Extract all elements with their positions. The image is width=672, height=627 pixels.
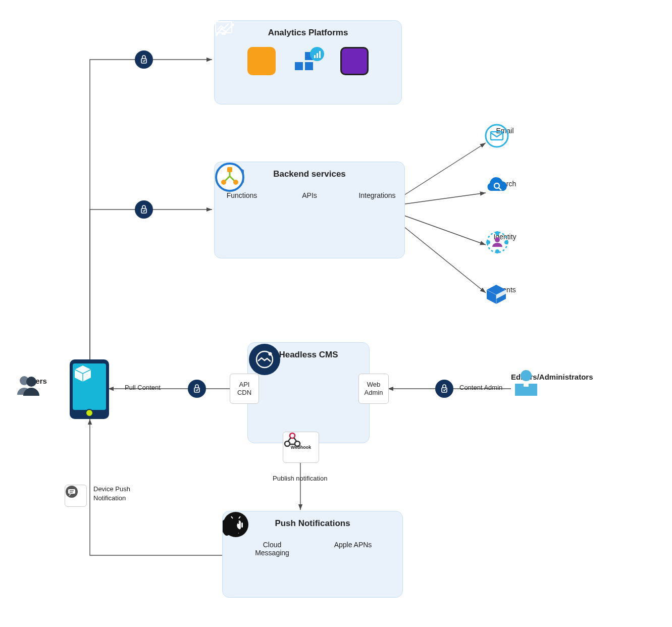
analytics-title: Analytics Platforms [215,21,401,38]
push-title: Push Notifications [223,511,402,529]
svg-rect-59 [515,384,537,396]
backend-title: Backend services [215,162,404,179]
functions-label: Functions [227,191,257,199]
svg-rect-50 [237,530,239,534]
content-admin-label: Content Admin [459,384,502,391]
analytics-platforms-box: Analytics Platforms [214,20,402,104]
headless-cms-box: Headless CMS [247,342,370,443]
backend-services-box: Backend services (··) Functions APIs Int… [214,162,405,258]
users-label: Users [26,377,47,385]
cloud-messaging-label: Cloud Messaging [249,541,295,557]
email-label: Email [496,127,513,135]
api-cdn-label: API CDN [237,381,251,397]
svg-rect-14 [305,52,313,60]
svg-point-43 [285,441,290,446]
users-group: Users [16,374,57,385]
svg-point-26 [221,180,226,185]
analytics-ga-icon [247,47,276,75]
svg-rect-62 [68,489,75,494]
mobile-device [70,359,109,419]
device-push-icon-box [65,485,87,507]
svg-rect-16 [314,55,316,58]
identity-label: Identity [493,233,516,241]
email-endpoint: Email [485,124,525,135]
svg-point-42 [290,433,295,438]
svg-point-15 [310,47,324,61]
agents-endpoint: Agents [485,283,525,294]
svg-point-61 [66,486,78,498]
webhook-label: Webhook [291,445,311,450]
svg-rect-7 [442,388,447,392]
pull-content-label: Pull Content [125,384,161,391]
svg-rect-12 [295,62,303,70]
diagram-canvas: Analytics Platforms Backend services (··… [0,0,672,627]
svg-rect-1 [141,59,146,63]
web-admin-label: Web Admin [365,381,383,397]
editors-group: Editors/Administrators [511,369,593,381]
svg-rect-3 [141,208,146,213]
svg-marker-57 [75,365,91,382]
svg-rect-5 [194,388,199,392]
svg-point-2 [135,200,153,219]
analytics-dashboard-icon [340,47,369,75]
publish-notification-label: Publish notification [273,475,327,482]
device-push-label: Device Push Notification [93,485,130,502]
svg-rect-18 [319,51,321,58]
svg-rect-13 [305,62,313,70]
editors-label: Editors/Administrators [511,373,593,381]
apis-label: APIs [302,191,317,199]
integrations-label: Integrations [358,191,395,199]
svg-point-34 [495,249,499,253]
push-notifications-box: Push Notifications Cloud Messaging Apple… [222,511,403,598]
svg-rect-17 [317,53,318,58]
apple-apns-label: Apple APNs [334,541,372,549]
cms-title: Headless CMS [248,343,369,360]
svg-point-27 [233,180,238,185]
message-icon [65,485,78,498]
app-cube-icon [73,363,93,384]
svg-point-35 [486,240,490,244]
svg-point-4 [188,380,206,398]
search-endpoint: Search [485,177,525,188]
agents-label: Agents [494,286,516,294]
svg-point-33 [504,240,508,244]
api-cdn-box: API CDN [230,374,259,404]
svg-rect-49 [233,530,234,534]
webhook-box: Webhook [283,432,319,463]
svg-rect-60 [524,383,529,387]
analytics-tiles-icon [294,47,322,75]
svg-point-6 [435,380,453,398]
identity-endpoint: Identity [485,230,525,241]
web-admin-box: Web Admin [358,374,389,404]
search-label: Search [494,180,516,188]
svg-point-0 [135,50,153,69]
